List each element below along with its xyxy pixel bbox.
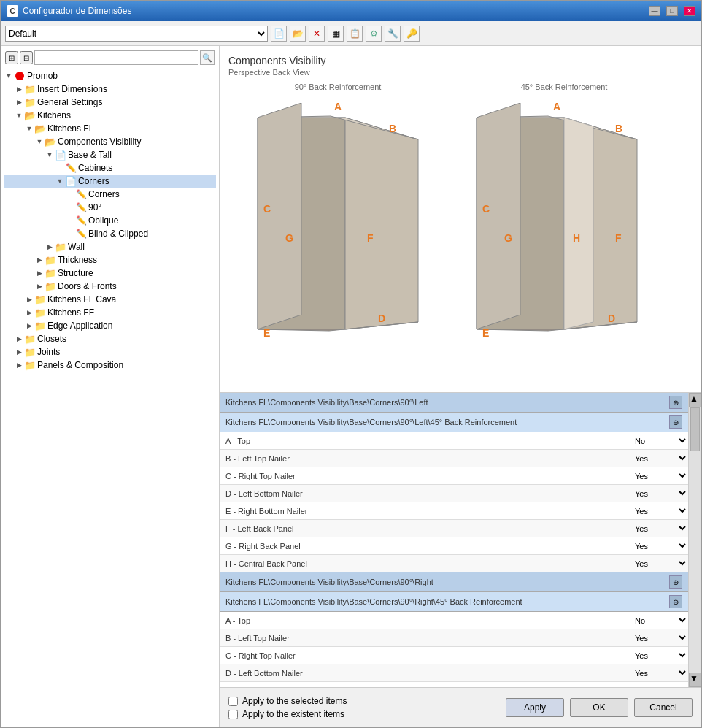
tree-item-cabinets[interactable]: ✏️ Cabinets <box>4 161 216 175</box>
toggle-icon[interactable]: ▶ <box>24 294 34 304</box>
section3-collapse-btn[interactable]: ⊕ <box>669 575 682 589</box>
section4-collapse-btn[interactable]: ⊖ <box>669 595 682 608</box>
prop-select-s4-0[interactable]: NoYes <box>630 612 688 629</box>
prop-select-s2-2[interactable]: YesNo <box>630 467 688 484</box>
tree-item-joints[interactable]: ▶ 📁 Joints <box>4 345 216 359</box>
scroll-thumb[interactable] <box>690 407 700 451</box>
checkbox-apply-existent[interactable] <box>228 710 238 719</box>
close-button[interactable]: ✕ <box>684 6 695 16</box>
tree-item-doors-fronts[interactable]: ▶ 📁 Doors & Fronts <box>4 280 216 293</box>
prop-select-s2-1[interactable]: YesNo <box>630 450 688 467</box>
tree-search-input[interactable] <box>34 50 198 65</box>
toggle-icon[interactable]: ▼ <box>45 150 55 160</box>
tree-item-wall[interactable]: ▶ 📁 Wall <box>4 240 216 253</box>
ok-button[interactable]: OK <box>570 698 628 717</box>
prop-value-s4-3[interactable]: YesNo <box>630 664 688 681</box>
prop-select-s4-2[interactable]: YesNo <box>630 647 688 664</box>
toggle-icon[interactable]: ▶ <box>34 255 45 265</box>
prop-select-s2-6[interactable]: YesNo <box>630 537 688 554</box>
prop-value-s2-1[interactable]: YesNo <box>630 450 688 467</box>
prop-value-s2-7[interactable]: YesNo <box>630 555 688 572</box>
prop-value-s2-6[interactable]: YesNo <box>630 537 688 554</box>
toolbar-btn-4[interactable]: ▦ <box>328 26 344 42</box>
toolbar-btn-8[interactable]: 🔑 <box>404 26 420 42</box>
prop-value-s2-2[interactable]: YesNo <box>630 467 688 484</box>
prop-select-s4-1[interactable]: YesNo <box>630 629 688 646</box>
tree-item-oblique[interactable]: ✏️ Oblique <box>4 214 216 227</box>
toggle-icon[interactable]: ▶ <box>34 281 45 291</box>
toolbar-btn-5[interactable]: 📋 <box>347 26 363 42</box>
tree-item-kitchens-ff[interactable]: ▶ 📁 Kitchens FF <box>4 306 216 319</box>
tree-item-edge-application[interactable]: ▶ 📁 Edge Application <box>4 319 216 332</box>
prop-value-s4-1[interactable]: YesNo <box>630 629 688 646</box>
prop-select-s4-3[interactable]: YesNo <box>630 664 688 681</box>
prop-select-s2-4[interactable]: YesNo <box>630 502 688 519</box>
prop-select-s4-4[interactable]: YesNo <box>630 682 688 687</box>
tree-item-blind-clipped[interactable]: ✏️ Blind & Clipped <box>4 227 216 240</box>
section2-collapse-btn[interactable]: ⊖ <box>669 415 682 429</box>
toggle-icon[interactable]: ▶ <box>14 334 24 344</box>
tree-item-corners[interactable]: ▼ 📄 Corners <box>4 175 216 188</box>
section3-header[interactable]: Kitchens FL\Components Visibility\Base\C… <box>220 572 688 592</box>
tree-expand-btn[interactable]: ⊞ <box>5 51 18 64</box>
checkbox-apply-selected[interactable] <box>228 697 238 706</box>
toggle-icon[interactable]: ▶ <box>24 321 34 331</box>
toggle-icon[interactable]: ▶ <box>34 268 45 278</box>
toggle-icon[interactable]: ▶ <box>24 307 34 318</box>
toggle-icon[interactable]: ▶ <box>14 84 24 94</box>
prop-value-s4-0[interactable]: NoYes <box>630 612 688 629</box>
prop-value-s2-5[interactable]: YesNo <box>630 520 688 537</box>
scrollbar[interactable]: ▲ ▼ <box>688 393 701 687</box>
checkbox2-label[interactable]: Apply to the existent items <box>228 709 347 719</box>
apply-button[interactable]: Apply <box>506 698 564 717</box>
section4-header[interactable]: Kitchens FL\Components Visibility\Base\C… <box>220 592 688 612</box>
toolbar-btn-7[interactable]: 🔧 <box>385 26 401 42</box>
toggle-icon[interactable]: ▼ <box>24 123 34 134</box>
toolbar-btn-1[interactable]: 📄 <box>271 26 287 42</box>
tree-item-kitchens-fl-cava[interactable]: ▶ 📁 Kitchens FL Cava <box>4 293 216 306</box>
toggle-icon[interactable]: ▶ <box>14 347 24 357</box>
section1-header[interactable]: Kitchens FL\Components Visibility\Base\C… <box>220 393 688 413</box>
prop-value-s4-4[interactable]: YesNo <box>630 682 688 687</box>
scroll-up-btn[interactable]: ▲ <box>689 393 701 407</box>
minimize-button[interactable]: — <box>649 6 660 16</box>
profile-dropdown[interactable]: Default <box>5 26 268 42</box>
toggle-icon[interactable]: ▼ <box>14 110 24 120</box>
properties-scroll[interactable]: Kitchens FL\Components Visibility\Base\C… <box>220 393 688 687</box>
toolbar-btn-6[interactable]: ⚙ <box>366 26 382 42</box>
prop-value-s4-2[interactable]: YesNo <box>630 647 688 664</box>
tree-item-base-tall[interactable]: ▼ 📄 Base & Tall <box>4 148 216 161</box>
tree-item-structure[interactable]: ▶ 📁 Structure <box>4 267 216 280</box>
toggle-icon[interactable]: ▼ <box>34 137 45 147</box>
checkbox1-label[interactable]: Apply to the selected items <box>228 696 347 706</box>
toggle-icon[interactable]: ▶ <box>14 97 24 107</box>
prop-value-s2-4[interactable]: YesNo <box>630 502 688 519</box>
prop-select-s2-7[interactable]: YesNo <box>630 555 688 572</box>
toggle-icon[interactable]: ▶ <box>14 360 24 370</box>
toggle-icon[interactable]: ▶ <box>45 242 55 252</box>
prop-select-s2-3[interactable]: YesNo <box>630 485 688 502</box>
tree-item-thickness[interactable]: ▶ 📁 Thickness <box>4 253 216 267</box>
toolbar-btn-3[interactable]: ✕ <box>309 26 325 42</box>
toggle-icon[interactable]: ▼ <box>55 176 65 186</box>
cancel-button[interactable]: Cancel <box>634 698 693 717</box>
tree-item-closets[interactable]: ▶ 📁 Closets <box>4 332 216 345</box>
toggle-icon[interactable]: ▼ <box>4 71 14 81</box>
section2-header[interactable]: Kitchens FL\Components Visibility\Base\C… <box>220 413 688 432</box>
tree-item-insert-dims[interactable]: ▶ 📁 Insert Dimensions <box>4 83 216 96</box>
section1-collapse-btn[interactable]: ⊕ <box>669 396 682 409</box>
tree-collapse-btn[interactable]: ⊟ <box>20 51 33 64</box>
tree-item-corners-sub[interactable]: ✏️ Corners <box>4 188 216 201</box>
tree-item-90deg[interactable]: ✏️ 90° <box>4 201 216 214</box>
tree-item-kitchens[interactable]: ▼ 📂 Kitchens <box>4 109 216 122</box>
tree-item-general-settings[interactable]: ▶ 📁 General Settings <box>4 96 216 109</box>
prop-value-s2-3[interactable]: YesNo <box>630 485 688 502</box>
scroll-down-btn[interactable]: ▼ <box>689 673 701 687</box>
maximize-button[interactable]: □ <box>666 6 678 16</box>
toolbar-btn-2[interactable]: 📂 <box>290 26 306 42</box>
tree-item-kitchens-fl[interactable]: ▼ 📂 Kitchens FL <box>4 122 216 135</box>
prop-select-s2-5[interactable]: YesNo <box>630 520 688 537</box>
prop-value-s2-0[interactable]: NoYes <box>630 432 688 449</box>
tree-item-panels-composition[interactable]: ▶ 📁 Panels & Composition <box>4 359 216 372</box>
tree-item-components-vis[interactable]: ▼ 📂 Components Visibility <box>4 135 216 148</box>
